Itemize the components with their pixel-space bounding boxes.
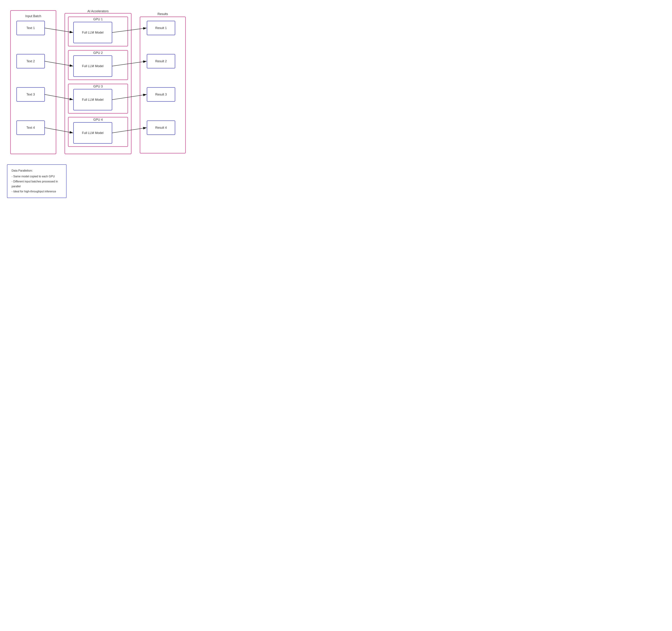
text3-label: Text 3 bbox=[26, 93, 35, 96]
gpu2-label: GPU 2 bbox=[93, 51, 103, 55]
result4-label: Result 4 bbox=[155, 126, 167, 129]
text1-label: Text 1 bbox=[26, 26, 35, 30]
results-label: Results bbox=[158, 12, 168, 16]
gpu2-model-label: Full LLM Model bbox=[82, 65, 103, 68]
legend-line1: - Same model copied to each GPU bbox=[11, 174, 62, 179]
main-container: Input Batch Text 1 Text 2 Text 3 Text 4 … bbox=[7, 7, 665, 198]
gpu4-label: GPU 4 bbox=[93, 118, 103, 121]
input-batch-label: Input Batch bbox=[25, 14, 41, 18]
gpu1-label: GPU 1 bbox=[93, 18, 103, 21]
text2-label: Text 2 bbox=[26, 59, 35, 63]
legend-title: Data Parallelism: bbox=[11, 168, 62, 173]
result3-label: Result 3 bbox=[155, 93, 167, 96]
legend-line3: - Ideal for high-throughput inference bbox=[11, 189, 62, 194]
legend-line2: - Different input batches processed in p… bbox=[11, 179, 62, 189]
ai-accelerators-label: AI Accelerators bbox=[87, 9, 109, 13]
diagram-svg: Input Batch Text 1 Text 2 Text 3 Text 4 … bbox=[7, 7, 192, 157]
gpu4-model-label: Full LLM Model bbox=[82, 131, 103, 135]
gpu3-model-label: Full LLM Model bbox=[82, 98, 103, 101]
legend-box: Data Parallelism: - Same model copied to… bbox=[7, 165, 67, 198]
diagram-section: Input Batch Text 1 Text 2 Text 3 Text 4 … bbox=[7, 7, 665, 157]
text4-label: Text 4 bbox=[26, 126, 35, 129]
gpu1-model-label: Full LLM Model bbox=[82, 31, 103, 34]
gpu3-label: GPU 3 bbox=[93, 85, 103, 88]
result1-label: Result 1 bbox=[155, 26, 167, 30]
result2-label: Result 2 bbox=[155, 59, 167, 63]
